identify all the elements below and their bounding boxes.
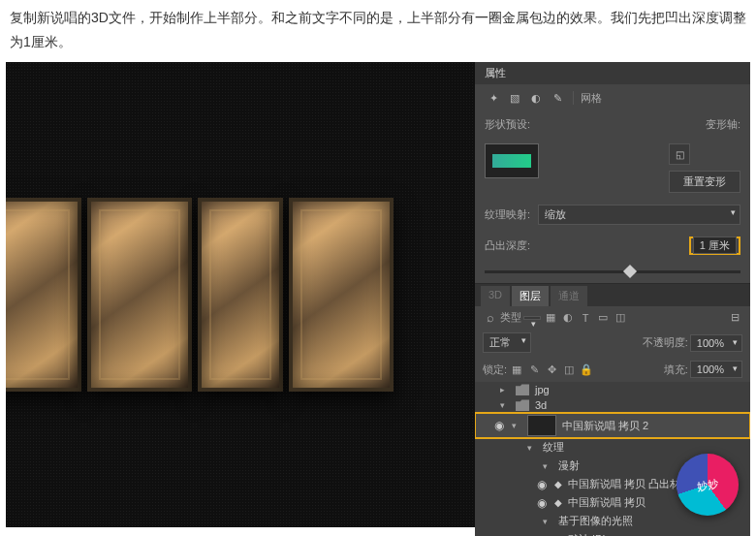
lock-all-icon[interactable]: 🔒 (579, 363, 594, 376)
tab-channels[interactable]: 通道 (551, 286, 587, 306)
extrude-row: 凸出深度: 1 厘米 (475, 231, 750, 261)
blend-mode-dropdown[interactable]: 正常 (483, 332, 531, 353)
layer-lock-row: 锁定: ▦ ✎ ✥ ◫ 🔒 填充: 100% (475, 357, 750, 382)
extrude-slider-row (475, 261, 750, 283)
filter-toggle-icon[interactable]: ⊟ (727, 311, 742, 325)
photoshop-screenshot: 属性 ✦ ▧ ◐ ✎ 网格 形状预设: 变形轴: ◱ (6, 62, 750, 527)
mesh-icon[interactable]: ▧ (506, 90, 523, 106)
filter-dropdown[interactable] (523, 316, 541, 320)
shape-preset-thumb[interactable] (485, 143, 539, 178)
layer-thumb (527, 415, 556, 436)
layer-filter-row: ⌕ 类型 ▦ ◐ T ▭ ◫ ⊟ (475, 306, 750, 329)
mesh-label: 网格 (581, 91, 602, 106)
deform-axis-label: 变形轴: (706, 117, 740, 132)
fill-input[interactable]: 100% (690, 361, 742, 378)
properties-panel: 属性 ✦ ▧ ◐ ✎ 网格 形状预设: 变形轴: ◱ (475, 62, 750, 284)
expand-icon[interactable]: ▾ (512, 421, 521, 430)
reset-deform-button[interactable]: 重置变形 (669, 171, 740, 193)
cap-icon[interactable]: ✎ (549, 90, 566, 106)
shape-preset-row: 形状预设: 变形轴: (475, 111, 750, 138)
texture-map-dropdown[interactable]: 缩放 (538, 205, 740, 225)
lock-paint-icon[interactable]: ✎ (526, 363, 542, 376)
extrude-label: 凸出深度: (485, 238, 530, 253)
shape-preset-label: 形状预设: (485, 117, 530, 132)
layer-blend-row: 正常 不透明度: 100% (475, 329, 750, 357)
filter-pixel-icon[interactable]: ▦ (543, 311, 558, 325)
folder-icon (516, 384, 529, 395)
deform-icon[interactable]: ◐ (527, 90, 545, 106)
watermark-badge: 妙妙 (677, 454, 739, 516)
canvas-area[interactable] (6, 62, 475, 527)
lock-artboard-icon[interactable]: ◫ (561, 363, 577, 376)
expand-icon[interactable]: ▾ (500, 400, 510, 410)
filter-type-icon[interactable]: T (578, 311, 593, 325)
opacity-input[interactable]: 100% (690, 334, 742, 352)
layer-folder-jpg[interactable]: ▸ jpg (475, 382, 750, 397)
extrude-highlight: 1 厘米 (689, 236, 740, 255)
filter-shape-icon[interactable]: ▭ (595, 311, 611, 325)
filter-adjust-icon[interactable]: ◐ (560, 311, 576, 325)
tab-layers[interactable]: 图层 (512, 286, 549, 306)
texture-map-label: 纹理映射: (485, 207, 530, 222)
slider-thumb[interactable] (623, 265, 637, 278)
extrude-input[interactable]: 1 厘米 (693, 236, 737, 254)
expand-icon[interactable]: ▾ (543, 461, 552, 471)
tutorial-text: 复制新说唱的3D文件，开始制作上半部分。和之前文字不同的是，上半部分有一圈金属包… (0, 0, 756, 62)
properties-title: 属性 (485, 66, 506, 80)
expand-icon[interactable]: ▾ (543, 517, 552, 526)
3d-text-object[interactable] (6, 198, 394, 392)
tab-3d[interactable]: 3D (481, 286, 510, 306)
texture-map-row: 纹理映射: 缩放 (475, 199, 750, 231)
lock-pos-icon[interactable]: ✥ (544, 363, 559, 376)
layer-ibl-default[interactable]: ◉ ◆ 默认 IBL (475, 530, 750, 536)
scene-icon[interactable]: ✦ (485, 90, 502, 106)
visibility-icon[interactable]: ◉ (492, 419, 506, 432)
properties-header: 属性 (475, 62, 750, 84)
search-icon[interactable]: ⌕ (483, 311, 498, 325)
deform-axis-button[interactable]: ◱ (669, 143, 690, 165)
layer-copy2[interactable]: ◉ ▾ 中国新说唱 拷贝 2 (475, 413, 750, 438)
extrude-slider[interactable] (485, 270, 740, 273)
expand-icon[interactable]: ▸ (500, 385, 510, 394)
folder-icon (516, 399, 529, 411)
expand-icon[interactable]: ▾ (527, 443, 537, 453)
layers-tabs: 3D 图层 通道 (475, 284, 750, 306)
layer-folder-3d[interactable]: ▾ 3d (475, 397, 750, 413)
filter-smart-icon[interactable]: ◫ (613, 311, 628, 325)
lock-trans-icon[interactable]: ▦ (509, 363, 524, 376)
properties-toolbar: ✦ ▧ ◐ ✎ 网格 (475, 84, 750, 111)
